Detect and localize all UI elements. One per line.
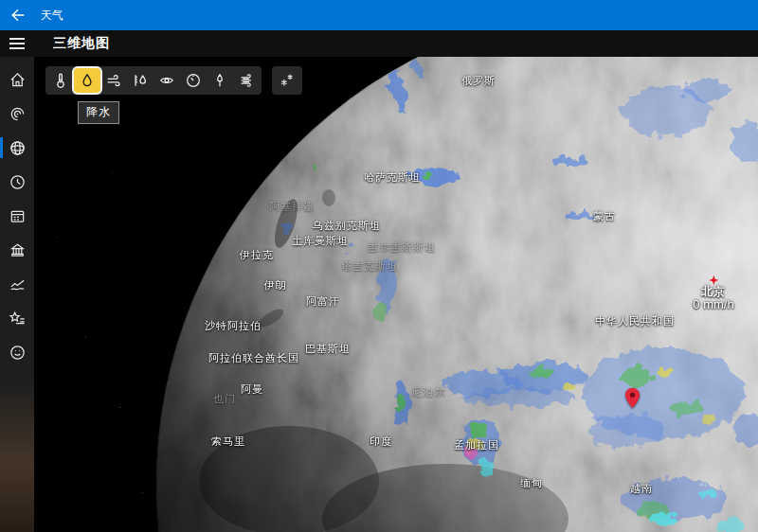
- back-button[interactable]: [0, 0, 36, 30]
- map-label: 孟加拉国: [454, 438, 499, 452]
- map-layers-toolbar: [45, 66, 262, 95]
- layer-humidity-button[interactable]: [127, 68, 153, 93]
- navigation-sidebar: [0, 57, 34, 532]
- sidebar-item-hourly[interactable]: [0, 165, 34, 199]
- thermometer-icon: [52, 72, 69, 89]
- layer-precipitation-button[interactable]: [74, 68, 100, 93]
- water-drop-icon: [79, 72, 96, 89]
- tooltip: 降水: [78, 101, 119, 124]
- sidebar-item-feedback[interactable]: [0, 335, 34, 369]
- station-name: 北京: [693, 286, 733, 298]
- layer-dew-point-button[interactable]: [207, 68, 233, 93]
- building-icon: [9, 241, 27, 259]
- snowflakes-icon: [279, 72, 296, 89]
- sidebar-item-charts[interactable]: [0, 267, 34, 301]
- sidebar-item-historical[interactable]: [0, 233, 34, 267]
- map-pin-icon[interactable]: [624, 387, 641, 409]
- sidebar-item-maps[interactable]: [0, 97, 34, 131]
- map-label: 阿富汗: [306, 294, 340, 309]
- sidebar-item-3d-maps[interactable]: [0, 131, 34, 165]
- map-label: 中华人民共和国: [595, 314, 675, 328]
- layer-cloud-layers-button[interactable]: [233, 68, 260, 93]
- calendar-icon: [9, 207, 27, 225]
- back-arrow-icon: [9, 7, 27, 24]
- map-label: 巴基斯坦: [305, 342, 351, 356]
- layer-temperature-button[interactable]: [47, 68, 74, 93]
- map-label: 缅甸: [520, 476, 543, 490]
- layer-wind-button[interactable]: [100, 68, 127, 93]
- map-label: 索马里: [211, 434, 245, 449]
- map-label: 阿塞拜疆: [269, 200, 315, 214]
- station-value: 0 mm/h: [693, 298, 733, 311]
- globe-icon: [9, 139, 27, 157]
- app-bar: 三维地图: [0, 30, 758, 57]
- trend-chart-icon: [9, 275, 27, 293]
- clock-icon: [9, 173, 27, 191]
- map-label: 印度: [370, 434, 392, 449]
- sidebar-item-favorites[interactable]: [0, 301, 34, 335]
- radar-icon: [9, 105, 27, 123]
- map-label: 越南: [630, 482, 653, 496]
- title-bar: 天气: [0, 0, 758, 30]
- layer-visibility-button[interactable]: [153, 68, 180, 93]
- map-label: 塔吉克斯坦: [341, 259, 398, 274]
- home-icon: [9, 71, 27, 89]
- map-label: 伊朗: [264, 278, 287, 293]
- thermometer-drop-icon: [132, 72, 149, 89]
- snow-layer-toolbar: [272, 66, 302, 95]
- sidebar-item-home[interactable]: [0, 62, 34, 97]
- map-label: 沙特阿拉伯: [205, 319, 262, 333]
- map-label: 也门: [213, 392, 236, 406]
- map-label: 阿曼: [241, 382, 263, 397]
- drop-stem-icon: [211, 72, 228, 89]
- map-label: 尼泊尔: [411, 385, 445, 399]
- hamburger-button[interactable]: [0, 30, 34, 57]
- smiley-icon: [9, 344, 27, 362]
- wind-icon: [105, 72, 122, 89]
- map-label: 乌兹别克斯坦: [313, 219, 381, 233]
- eye-icon: [158, 72, 175, 89]
- station-star-icon: [709, 275, 718, 285]
- page-title: 三维地图: [53, 35, 110, 52]
- layer-snow-button[interactable]: [274, 68, 300, 93]
- sidebar-item-calendar[interactable]: [0, 199, 34, 233]
- map-label: 土库曼斯坦: [292, 234, 349, 248]
- gauge-icon: [185, 72, 202, 89]
- map-label: 蒙古: [593, 209, 616, 223]
- map-label: 吉尔吉斯斯坦: [368, 240, 436, 255]
- layer-pressure-button[interactable]: [180, 68, 207, 93]
- star-list-icon: [9, 310, 27, 328]
- layers-icon: [238, 72, 255, 89]
- app-title: 天气: [41, 8, 63, 24]
- station-overlay: 北京 0 mm/h: [693, 275, 733, 310]
- map-label: 俄罗斯: [461, 74, 496, 88]
- map-label: 阿拉伯联合酋长国: [208, 351, 299, 365]
- map-label: 伊拉克: [240, 248, 274, 262]
- map-label: 哈萨克斯坦: [364, 170, 421, 185]
